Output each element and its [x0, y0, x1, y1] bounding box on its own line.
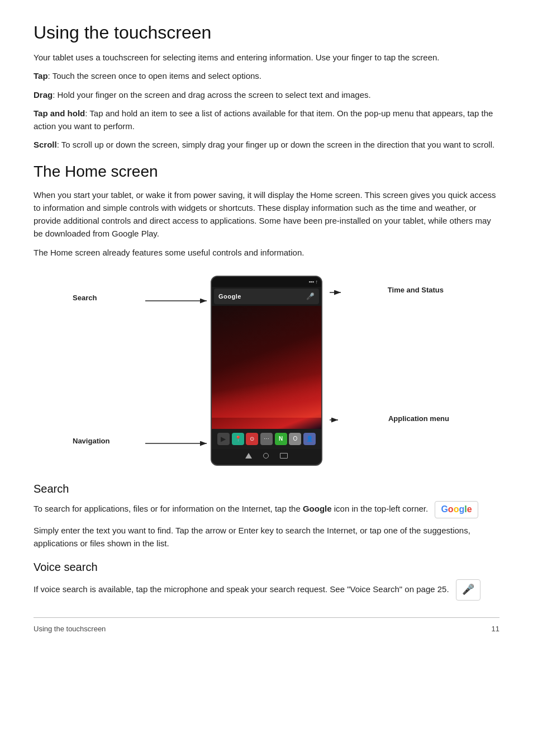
dock-play-icon: ▶ — [217, 433, 230, 445]
phone-dock: ▶ 📍 ⊙ ⋯ N O 👤 — [212, 429, 321, 449]
touchscreen-intro: Your tablet uses a touchscreen for selec… — [34, 51, 499, 64]
search-para1-bold: Google — [303, 504, 332, 513]
nav-home-icon — [263, 453, 269, 459]
search-section: Search To search for applications, files… — [34, 483, 499, 550]
drag-term: Drag — [34, 90, 53, 100]
phone-search-bar: Google 🎤 — [214, 289, 319, 304]
footer-right: 11 — [492, 625, 499, 633]
footer: Using the touchscreen 11 — [34, 625, 499, 633]
phone-google-text: Google — [218, 293, 241, 300]
taphold-definition: : Tap and hold an item to see a list of … — [34, 108, 493, 131]
footer-left: Using the touchscreen — [34, 625, 106, 633]
dock-contacts-icon: 👤 — [303, 433, 316, 445]
homescreen-title: The Home screen — [34, 163, 499, 181]
dock-maps-icon: 📍 — [232, 433, 244, 445]
phone-mic-small-icon: 🎤 — [306, 292, 315, 300]
homescreen-section: The Home screen When you start your tabl… — [34, 163, 499, 471]
dock-chrome-icon: ⊙ — [246, 433, 258, 445]
drag-definition: : Hold your finger on the screen and dra… — [53, 90, 370, 100]
drag-paragraph: Drag: Hold your finger on the screen and… — [34, 88, 499, 101]
wallpaper-streak — [212, 373, 321, 418]
search-label: Search — [73, 294, 97, 302]
homescreen-para2: The Home screen already features some us… — [34, 246, 499, 259]
dock-dots-icon: ⋯ — [260, 433, 273, 445]
google-logo: Google — [435, 501, 478, 518]
scroll-definition: : To scroll up or down the screen, simpl… — [57, 140, 494, 149]
footer-divider — [34, 617, 499, 618]
phone-nav-bar — [212, 449, 321, 462]
tap-definition: : Touch the screen once to open items an… — [48, 71, 261, 81]
homescreen-para1: When you start your tablet, or wake it f… — [34, 188, 499, 240]
search-para1-post: icon in the top-left corner. — [332, 504, 429, 513]
tap-term: Tap — [34, 71, 48, 81]
search-para1: To search for applications, files or for… — [34, 501, 499, 518]
taphold-term: Tap and hold — [34, 108, 85, 118]
phone-wallpaper — [212, 306, 321, 429]
time-status-label: Time and Status — [388, 286, 444, 294]
phone-status-bar: ▪▪▪ ↑ — [212, 277, 321, 287]
nav-back-icon — [245, 453, 252, 459]
scroll-term: Scroll — [34, 140, 57, 149]
scroll-paragraph: Scroll: To scroll up or down the screen,… — [34, 138, 499, 151]
search-para2: Simply enter the text you want to find. … — [34, 524, 499, 550]
voice-search-title: Voice search — [34, 561, 499, 574]
nav-recent-icon — [280, 453, 288, 459]
appmenu-label: Application menu — [388, 414, 449, 423]
voice-search-para1: If voice search is available, tap the mi… — [34, 579, 499, 601]
phone-mock: ▪▪▪ ↑ Google 🎤 ▶ 📍 ⊙ ⋯ N O — [211, 276, 322, 466]
tap-paragraph: Tap: Touch the screen once to open items… — [34, 69, 499, 82]
dock-cam-icon: O — [289, 433, 301, 445]
search-para1-pre: To search for applications, files or for… — [34, 504, 303, 513]
microphone-icon: 🎤 — [456, 579, 480, 601]
voice-search-text: If voice search is available, tap the mi… — [34, 584, 449, 594]
navigation-label: Navigation — [73, 437, 110, 445]
touchscreen-section: Using the touchscreen Your tablet uses a… — [34, 22, 499, 152]
touchscreen-title: Using the touchscreen — [34, 22, 499, 43]
diagram-area: Search Time and Status ▪▪▪ ↑ Google 🎤 — [34, 270, 499, 471]
taphold-paragraph: Tap and hold: Tap and hold an item to se… — [34, 107, 499, 133]
dock-n-icon: N — [275, 433, 287, 445]
voice-search-section: Voice search If voice search is availabl… — [34, 561, 499, 601]
search-title: Search — [34, 483, 499, 495]
